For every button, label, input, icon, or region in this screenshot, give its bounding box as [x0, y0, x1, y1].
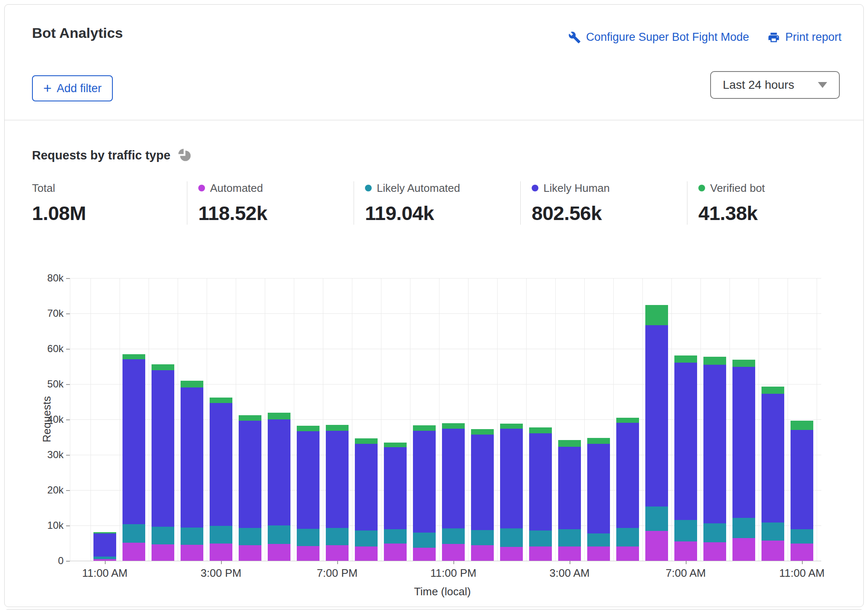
bar-segment-likely-human[interactable] — [93, 533, 116, 557]
bar-segment-likely-automated[interactable] — [703, 523, 726, 542]
bar-segment-likely-automated[interactable] — [616, 528, 639, 547]
bar-segment-automated[interactable] — [529, 546, 552, 561]
bar-segment-likely-automated[interactable] — [413, 533, 436, 548]
bar-segment-automated[interactable] — [703, 542, 726, 561]
bar-segment-likely-human[interactable] — [210, 403, 232, 526]
bar-segment-likely-automated[interactable] — [645, 507, 668, 531]
bar-segment-automated[interactable] — [355, 546, 378, 561]
bar-5-00-pm-6[interactable] — [268, 413, 290, 561]
bar-segment-verified-bot[interactable] — [558, 440, 581, 447]
bar-segment-verified-bot[interactable] — [703, 357, 726, 364]
bar-segment-verified-bot[interactable] — [645, 305, 668, 325]
bar-segment-automated[interactable] — [558, 546, 581, 561]
bar-9-00-am-22[interactable] — [732, 360, 755, 561]
bar-segment-automated[interactable] — [616, 546, 639, 561]
bar-6-00-am-19[interactable] — [645, 305, 668, 561]
bar-7-00-am-20[interactable] — [674, 355, 697, 561]
bar-segment-likely-automated[interactable] — [442, 528, 465, 544]
bar-segment-verified-bot[interactable] — [355, 438, 378, 444]
bar-5-00-am-18[interactable] — [616, 418, 639, 561]
bar-segment-automated[interactable] — [239, 545, 261, 561]
bar-10-00-am-23[interactable] — [761, 387, 784, 561]
bar-11-00-pm-12[interactable] — [442, 423, 465, 561]
bar-11-00-am-24[interactable] — [791, 421, 813, 561]
bar-segment-likely-automated[interactable] — [326, 528, 349, 545]
bar-segment-likely-automated[interactable] — [297, 529, 320, 546]
bar-segment-automated[interactable] — [587, 546, 610, 561]
bar-segment-verified-bot[interactable] — [616, 418, 639, 423]
bar-segment-automated[interactable] — [645, 531, 668, 561]
bar-12-00-am-13[interactable] — [471, 429, 494, 561]
bar-segment-automated[interactable] — [674, 541, 697, 561]
bar-segment-automated[interactable] — [181, 545, 203, 561]
bar-1-00-am-14[interactable] — [500, 424, 523, 561]
bar-segment-automated[interactable] — [442, 544, 465, 561]
bar-segment-likely-human[interactable] — [326, 431, 349, 528]
bar-segment-likely-human[interactable] — [529, 433, 552, 530]
bar-segment-verified-bot[interactable] — [442, 423, 465, 429]
bar-segment-likely-human[interactable] — [761, 394, 784, 523]
bar-7-00-pm-8[interactable] — [326, 425, 349, 561]
bar-segment-likely-human[interactable] — [558, 447, 581, 530]
bar-segment-verified-bot[interactable] — [471, 429, 494, 435]
bar-segment-likely-human[interactable] — [791, 430, 813, 529]
bar-segment-likely-automated[interactable] — [181, 528, 203, 545]
bar-segment-likely-automated[interactable] — [152, 527, 174, 545]
bar-segment-likely-automated[interactable] — [384, 529, 407, 544]
bar-segment-automated[interactable] — [413, 548, 436, 561]
bar-segment-likely-automated[interactable] — [210, 526, 232, 544]
bar-segment-automated[interactable] — [268, 544, 290, 561]
bar-segment-likely-human[interactable] — [239, 421, 261, 528]
bar-segment-automated[interactable] — [761, 541, 784, 561]
bar-segment-automated[interactable] — [500, 547, 523, 561]
bar-segment-likely-human[interactable] — [471, 435, 494, 530]
bar-segment-likely-human[interactable] — [268, 419, 290, 525]
bar-segment-likely-human[interactable] — [152, 370, 174, 526]
bar-2-00-am-15[interactable] — [529, 427, 552, 561]
bar-segment-automated[interactable] — [326, 545, 349, 561]
bar-segment-likely-automated[interactable] — [529, 530, 552, 546]
bar-segment-verified-bot[interactable] — [268, 413, 290, 419]
bar-2-00-pm-3[interactable] — [181, 381, 203, 561]
bar-8-00-am-21[interactable] — [703, 357, 726, 561]
bar-segment-automated[interactable] — [152, 544, 174, 561]
bar-6-00-pm-7[interactable] — [297, 426, 320, 561]
bar-segment-likely-automated[interactable] — [587, 533, 610, 546]
bar-segment-likely-human[interactable] — [181, 387, 203, 528]
bar-segment-likely-human[interactable] — [297, 431, 320, 529]
bar-segment-likely-human[interactable] — [442, 429, 465, 528]
bar-segment-verified-bot[interactable] — [732, 360, 755, 367]
bar-segment-likely-human[interactable] — [674, 363, 697, 520]
bar-segment-verified-bot[interactable] — [152, 364, 174, 370]
bar-segment-likely-automated[interactable] — [761, 522, 784, 541]
bar-segment-likely-human[interactable] — [384, 447, 407, 529]
bar-segment-likely-automated[interactable] — [268, 525, 290, 544]
bar-segment-verified-bot[interactable] — [587, 438, 610, 444]
bar-segment-verified-bot[interactable] — [181, 381, 203, 387]
bar-3-00-am-16[interactable] — [558, 440, 581, 561]
bar-segment-automated[interactable] — [122, 543, 145, 561]
bar-3-00-pm-4[interactable] — [210, 398, 232, 561]
bar-segment-likely-human[interactable] — [732, 367, 755, 518]
bar-segment-likely-automated[interactable] — [674, 520, 697, 541]
bar-segment-automated[interactable] — [732, 538, 755, 561]
bar-4-00-pm-5[interactable] — [239, 415, 261, 561]
bar-segment-likely-human[interactable] — [413, 431, 436, 533]
bar-segment-verified-bot[interactable] — [413, 425, 436, 431]
bar-segment-verified-bot[interactable] — [122, 354, 145, 360]
bar-segment-likely-automated[interactable] — [791, 529, 813, 544]
bar-segment-likely-automated[interactable] — [355, 530, 378, 547]
bar-segment-automated[interactable] — [384, 544, 407, 561]
bar-segment-likely-human[interactable] — [645, 325, 668, 507]
bar-segment-likely-automated[interactable] — [239, 528, 261, 545]
bar-segment-likely-human[interactable] — [587, 444, 610, 533]
bar-segment-likely-human[interactable] — [703, 365, 726, 523]
bar-segment-verified-bot[interactable] — [500, 424, 523, 429]
bar-segment-likely-automated[interactable] — [471, 530, 494, 545]
bar-segment-likely-automated[interactable] — [122, 524, 145, 543]
bar-9-00-pm-10[interactable] — [384, 443, 407, 561]
bar-segment-verified-bot[interactable] — [326, 425, 349, 431]
bar-segment-likely-human[interactable] — [500, 429, 523, 528]
bar-segment-likely-automated[interactable] — [558, 529, 581, 546]
bar-segment-likely-automated[interactable] — [500, 528, 523, 547]
